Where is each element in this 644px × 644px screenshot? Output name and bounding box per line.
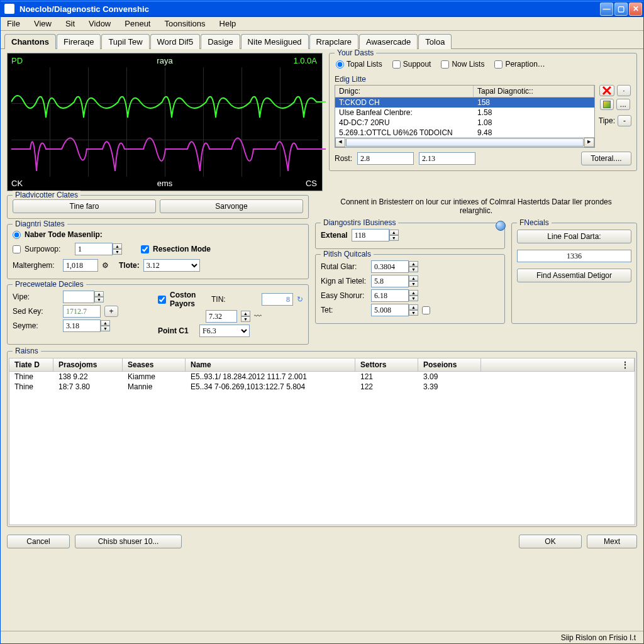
vipe-input[interactable] [63, 291, 94, 303]
spin-down-icon[interactable]: ▼ [409, 310, 418, 316]
scroll-thumb[interactable] [346, 138, 584, 147]
menu-peneut[interactable]: Peneut [122, 18, 153, 30]
tab-awasercade[interactable]: Awasercade [359, 34, 418, 49]
resection-checkbox[interactable] [141, 245, 149, 253]
spin-up-icon[interactable]: ▲ [101, 320, 110, 326]
pointc1-select[interactable]: F6.3 [199, 325, 250, 337]
tinefaro-button[interactable]: Tine faro [13, 199, 156, 213]
line-foal-button[interactable]: Line Foal Darta: [517, 230, 631, 243]
diagnostic-listview[interactable]: Dnigc: Tapal Diagnotic:: T:CKOD CH158Uls… [335, 85, 595, 148]
tab-chantons[interactable]: Chantons [4, 34, 56, 49]
spin-down-icon[interactable]: ▼ [113, 249, 122, 255]
tab-rrapclare[interactable]: Rrapclare [309, 34, 358, 49]
scroll-left-icon[interactable]: ◄ [335, 138, 345, 147]
coston-checkbox[interactable] [158, 296, 166, 304]
raisns-col-5[interactable]: Poseions [418, 358, 481, 371]
chisb-button[interactable]: Chisb shuser 10... [75, 535, 182, 548]
menu-sit[interactable]: Sit [63, 18, 77, 30]
tet-input[interactable] [371, 304, 409, 316]
spin-up-icon[interactable]: ▲ [113, 243, 122, 249]
globe-icon[interactable] [496, 221, 506, 231]
spin-up-icon[interactable]: ▲ [94, 291, 104, 297]
gear-icon[interactable]: ⚙ [102, 261, 109, 270]
menu-vidow[interactable]: Vidow [86, 18, 113, 30]
tab-fireraqe[interactable]: Fireraqe [57, 34, 101, 49]
tab-toloa[interactable]: Toloa [418, 34, 452, 49]
sedkey-input[interactable] [63, 305, 101, 318]
raisns-col-3[interactable]: Name [186, 358, 355, 371]
raisns-col-1[interactable]: Prasojoms [53, 358, 123, 371]
list-row[interactable]: T:CKOD CH158 [335, 97, 594, 108]
radio-3[interactable]: Peraption… [494, 60, 545, 69]
menu-help[interactable]: Help [217, 18, 239, 30]
tlote-select[interactable]: 3.12 [143, 259, 200, 272]
extenal-input[interactable] [352, 229, 389, 242]
small-action-button-1[interactable]: · [617, 85, 631, 96]
spin-up-icon[interactable]: ▲ [241, 311, 250, 316]
more-button[interactable]: ... [616, 99, 630, 110]
lv-col-2[interactable]: Tapal Diagnotic:: [474, 86, 594, 97]
tab-tupil-tew[interactable]: Tupil Tew [101, 34, 149, 49]
spin-down-icon[interactable]: ▼ [409, 296, 418, 301]
minimize-button[interactable]: — [600, 3, 613, 16]
spin-down-icon[interactable]: ▼ [101, 326, 110, 331]
sedkey-plus-button[interactable]: + [104, 306, 118, 317]
malterghem-input[interactable] [63, 259, 98, 272]
ok-button[interactable]: OK [519, 535, 582, 548]
surpowop-input[interactable] [75, 243, 113, 255]
spin-down-icon[interactable]: ▼ [241, 316, 250, 322]
horizontal-scrollbar[interactable]: ◄ ► [335, 137, 594, 147]
list-row[interactable]: Ulse Banfeal Clenbre:1.58 [335, 108, 594, 118]
easy-input[interactable] [371, 289, 409, 302]
wave-icon[interactable]: 〰 [254, 312, 262, 321]
delete-entry-button[interactable] [599, 85, 614, 96]
list-row[interactable]: 5.269.1:OTTCL U6%26 T0DOICN9.48 [335, 128, 594, 137]
spin-down-icon[interactable]: ▼ [94, 297, 104, 303]
sarvonge-button[interactable]: Sarvonge [160, 199, 303, 213]
tab-dasige[interactable]: Dasige [201, 34, 240, 49]
radio-2[interactable]: Now Lists [441, 60, 484, 69]
raisns-col-4[interactable]: Settors [355, 358, 418, 371]
raisns-table[interactable]: Tiate DPrasojomsSeasesNameSettorsPoseion… [9, 358, 635, 525]
seyme-input[interactable] [63, 319, 101, 332]
spin-up-icon[interactable]: ▲ [409, 275, 418, 281]
raisns-col-2[interactable]: Seases [123, 358, 186, 371]
menu-toonsitions[interactable]: Toonsitions [162, 18, 208, 30]
chart-entry-button[interactable] [600, 99, 614, 110]
rost-input-2[interactable] [419, 152, 475, 165]
tipe-button[interactable]: - [618, 115, 631, 126]
rutal-input[interactable] [371, 260, 409, 273]
find-assemtial-button[interactable]: Find Assemtial Detigor [517, 269, 631, 282]
tet-checkbox[interactable] [422, 306, 430, 314]
naber-radio[interactable] [13, 231, 21, 239]
tini-input[interactable] [262, 293, 293, 306]
close-button[interactable]: ✕ [629, 3, 642, 16]
tab-word-dif5[interactable]: Word Dif5 [150, 34, 201, 49]
radio-1[interactable]: Suppout [392, 60, 431, 69]
table-row[interactable]: Thine18:7 3.80MannieE5..34 7-06.269,1013… [9, 382, 635, 392]
surpowop-checkbox[interactable] [13, 245, 21, 253]
spin-up-icon[interactable]: ▲ [409, 261, 418, 267]
toteral-button[interactable]: Toteral.... [581, 152, 631, 165]
pnecials-value-input[interactable] [517, 250, 631, 262]
cancel-button[interactable]: Cancel [7, 535, 70, 548]
raisns-col-0[interactable]: Tiate D [9, 358, 53, 371]
spin-down-icon[interactable]: ▼ [389, 235, 399, 241]
menu-view[interactable]: View [31, 18, 54, 30]
maximize-button[interactable]: ▢ [614, 3, 628, 16]
scroll-right-icon[interactable]: ► [584, 138, 594, 147]
spin-up-icon[interactable]: ▲ [409, 290, 418, 296]
table-row[interactable]: Thine138 9.22KiammeE5..93.1/ 18.284.2012… [9, 372, 635, 382]
table-options-icon[interactable]: ⋮ [481, 358, 635, 371]
rost-input-1[interactable] [357, 152, 414, 165]
lv-col-1[interactable]: Dnigc: [335, 86, 474, 97]
spin-down-icon[interactable]: ▼ [409, 267, 418, 272]
menu-file[interactable]: File [4, 18, 23, 30]
box-input[interactable] [206, 310, 237, 323]
tab-nite-mesiigued[interactable]: Nite Mesiigued [241, 34, 309, 49]
radio-0[interactable]: Topal Lists [336, 60, 382, 69]
spin-up-icon[interactable]: ▲ [409, 304, 418, 310]
spin-down-icon[interactable]: ▼ [409, 281, 418, 287]
kign-input[interactable] [371, 275, 409, 287]
list-row[interactable]: 4D-DC:7 20RU1.08 [335, 118, 594, 128]
